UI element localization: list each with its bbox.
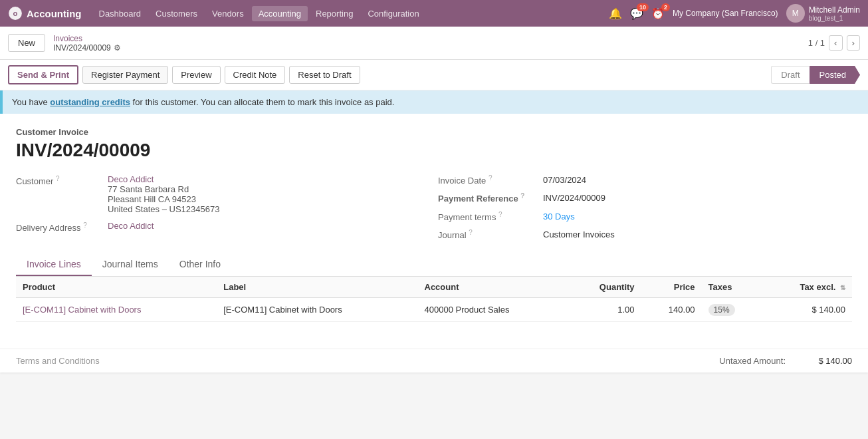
payment-terms-help: ? <box>498 211 502 218</box>
totals: Untaxed Amount: $ 140.00 <box>693 356 852 366</box>
col-tax-excl: Tax excl. ⇅ <box>762 277 852 298</box>
row-taxes: 15% <box>702 298 762 322</box>
invoice-table: Product Label Account Quantity Price Tax… <box>16 277 852 322</box>
payment-terms-field: Payment terms ? 30 Days <box>438 211 852 222</box>
col-sort-icon[interactable]: ⇅ <box>840 284 845 291</box>
send-print-button[interactable]: Send & Print <box>8 65 78 84</box>
content-area: Send & Print Register Payment Preview Cr… <box>0 60 868 439</box>
nav-customers[interactable]: Customers <box>149 6 204 21</box>
invoice-date-value: 07/03/2024 <box>543 175 586 185</box>
invoice-date-field: Invoice Date ? 07/03/2024 <box>438 174 852 186</box>
col-price: Price <box>641 277 702 298</box>
journal-label: Journal ? <box>438 229 538 240</box>
prev-button[interactable]: ‹ <box>829 35 842 51</box>
inner-card: Send & Print Register Payment Preview Cr… <box>0 60 868 372</box>
payment-terms-label: Payment terms ? <box>438 211 538 222</box>
delivery-name[interactable]: Deco Addict <box>108 221 154 231</box>
subheader: New Invoices INV/2024/00009 ⚙ 1 / 1 ‹ › <box>0 27 868 60</box>
col-label: Label <box>217 277 417 298</box>
credit-note-button[interactable]: Credit Note <box>225 66 286 84</box>
row-tax-excl: $ 140.00 <box>762 298 852 322</box>
row-account: 400000 Product Sales <box>418 298 568 322</box>
nav-reporting[interactable]: Reporting <box>309 6 360 21</box>
gear-icon[interactable]: ⚙ <box>114 43 121 53</box>
breadcrumb-current-text: INV/2024/00009 <box>53 43 111 53</box>
alert-banner: You have outstanding credits for this cu… <box>0 90 868 114</box>
customer-name[interactable]: Deco Addict <box>108 174 219 184</box>
preview-button[interactable]: Preview <box>172 66 220 84</box>
svg-text:o: o <box>13 9 18 17</box>
col-product: Product <box>16 277 217 298</box>
tab-invoice-lines[interactable]: Invoice Lines <box>16 253 92 276</box>
customer-field: Customer ? Deco Addict 77 Santa Barbara … <box>16 174 430 214</box>
breadcrumb-current: INV/2024/00009 ⚙ <box>53 43 121 53</box>
payment-terms-value[interactable]: 30 Days <box>543 212 575 221</box>
next-button[interactable]: › <box>847 35 860 51</box>
row-product[interactable]: [E-COM11] Cabinet with Doors <box>16 298 217 322</box>
activity-badge: 2 <box>661 3 670 11</box>
journal-value: Customer Invoices <box>543 229 615 239</box>
avatar: M <box>786 4 805 23</box>
bell-icon-wrapper[interactable]: 🔔 <box>609 7 622 20</box>
tab-other-info[interactable]: Other Info <box>169 253 231 276</box>
nav-vendors[interactable]: Vendors <box>205 6 251 21</box>
reset-draft-button[interactable]: Reset to Draft <box>289 66 360 84</box>
odoo-logo-icon: o <box>8 6 23 21</box>
user-info: Mitchell Admin blog_test_1 <box>809 5 860 22</box>
untaxed-value: $ 140.00 <box>799 356 852 366</box>
alert-text-before: You have <box>12 97 50 107</box>
activity-icon-wrapper[interactable]: ⏰ 2 <box>651 7 665 20</box>
alert-link[interactable]: outstanding credits <box>50 97 130 107</box>
user-name: Mitchell Admin <box>809 5 860 15</box>
nav-links: Dashboard Customers Vendors Accounting R… <box>92 6 609 21</box>
delivery-address-field: Delivery Address ? Deco Addict <box>16 221 430 233</box>
payment-ref-value: INV/2024/00009 <box>543 193 605 203</box>
table-header: Product Label Account Quantity Price Tax… <box>16 277 852 298</box>
customer-address1: 77 Santa Barbara Rd <box>108 184 219 194</box>
chat-icon-wrapper[interactable]: 💬 10 <box>630 7 643 20</box>
tax-badge: 15% <box>708 304 735 316</box>
app-logo[interactable]: o Accounting <box>8 6 82 21</box>
action-bar: Send & Print Register Payment Preview Cr… <box>0 60 868 90</box>
new-button[interactable]: New <box>8 34 45 52</box>
alert-text-after: for this customer. You can allocate them… <box>130 97 394 107</box>
user-menu[interactable]: M Mitchell Admin blog_test_1 <box>786 4 860 23</box>
col-account: Account <box>418 277 568 298</box>
status-draft[interactable]: Draft <box>771 66 809 84</box>
invoice-date-help: ? <box>488 174 492 182</box>
terms-label: Terms and Conditions <box>16 356 100 366</box>
app-name: Accounting <box>27 8 82 19</box>
journal-field: Journal ? Customer Invoices <box>438 229 852 240</box>
payment-ref-help: ? <box>520 192 524 200</box>
customer-value: Deco Addict 77 Santa Barbara Rd Pleasant… <box>108 174 219 214</box>
row-quantity: 1.00 <box>568 298 641 322</box>
breadcrumb-parent[interactable]: Invoices <box>53 34 121 43</box>
nav-accounting[interactable]: Accounting <box>252 6 308 21</box>
form-right: Invoice Date ? 07/03/2024 Payment Refere… <box>438 174 852 240</box>
company-selector[interactable]: My Company (San Francisco) <box>673 9 778 18</box>
payment-ref-field: Payment Reference ? INV/2024/00009 <box>438 192 852 204</box>
status-posted[interactable]: Posted <box>810 66 860 84</box>
table-row: [E-COM11] Cabinet with Doors [E-COM11] C… <box>16 298 852 322</box>
user-handle: blog_test_1 <box>809 15 860 22</box>
invoice-date-label: Invoice Date ? <box>438 174 538 186</box>
register-payment-button[interactable]: Register Payment <box>82 66 168 84</box>
customer-help: ? <box>56 175 60 182</box>
customer-address3: United States – US12345673 <box>108 204 219 214</box>
tab-journal-items[interactable]: Journal Items <box>92 253 169 276</box>
pagination: 1 / 1 ‹ › <box>808 35 860 51</box>
col-taxes: Taxes <box>702 277 762 298</box>
doc-number: INV/2024/00009 <box>16 140 852 161</box>
breadcrumb: Invoices INV/2024/00009 ⚙ <box>53 34 121 53</box>
nav-dashboard[interactable]: Dashboard <box>92 6 148 21</box>
row-label: [E-COM11] Cabinet with Doors <box>217 298 417 322</box>
pagination-text: 1 / 1 <box>808 38 825 48</box>
nav-configuration[interactable]: Configuration <box>361 6 425 21</box>
customer-address2: Pleasant Hill CA 94523 <box>108 194 219 204</box>
delivery-label: Delivery Address ? <box>16 221 102 233</box>
form-fields: Customer ? Deco Addict 77 Santa Barbara … <box>16 174 852 240</box>
row-price: 140.00 <box>641 298 702 322</box>
journal-help: ? <box>469 229 473 236</box>
payment-ref-label: Payment Reference ? <box>438 192 538 204</box>
untaxed-amount-row: Untaxed Amount: $ 140.00 <box>693 356 852 366</box>
